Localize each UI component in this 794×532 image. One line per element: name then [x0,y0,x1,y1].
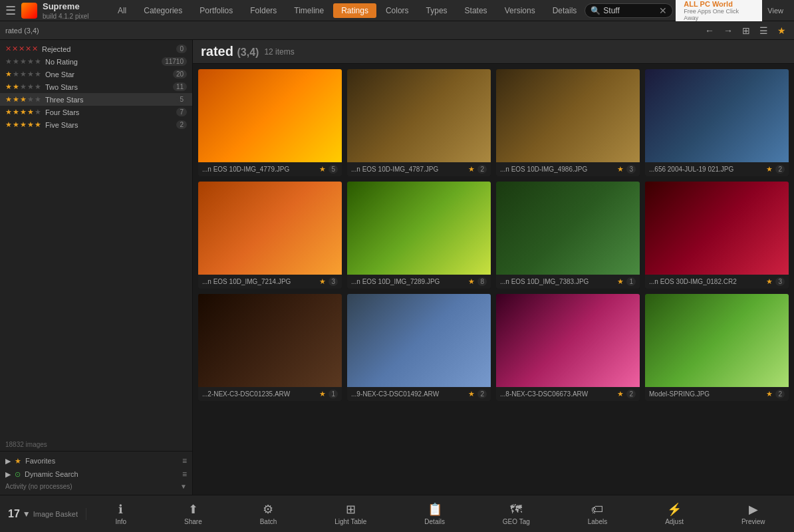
grid-item-2[interactable]: ...n EOS 10D-IMG_4986.JPG★3 [496,69,640,176]
sidebar-label-three-stars: Three Stars [45,96,176,104]
favorite-icon[interactable]: ★ [775,24,789,37]
sidebar-item-rejected[interactable]: ✕✕✕✕✕Rejected0 [0,43,192,55]
sidebar-item-no-rating[interactable]: ★★★★★No Rating11710 [0,55,192,68]
sidebar-favorites[interactable]: ▶ ★ Favorites ≡ [0,454,192,467]
second-bar: rated (3,4) ← → ⊞ ☰ ★ [0,21,794,40]
grid-thumb-1 [347,69,491,162]
grid-thumb-11 [645,294,789,387]
toolbar-icons: ← → ⊞ ☰ ★ [702,24,789,37]
main-area: ✕✕✕✕✕Rejected0★★★★★No Rating11710★★★★★On… [0,40,794,495]
nav-tab-timeline[interactable]: Timeline [286,3,332,18]
grid-item-name-4: ...n EOS 10D_IMG_7214.JPG [202,278,317,285]
grid-item-star-count-6: 1 [626,277,636,286]
search-input[interactable] [603,6,656,15]
favorites-label: Favorites [25,457,55,465]
top-bar: ☰ Photo Supreme build 4.1.2 pixel flat i… [0,0,794,21]
filter-icon[interactable]: ⊞ [739,24,753,37]
grid-item-1[interactable]: ...n EOS 10D-IMG_4787.JPG★2 [347,69,491,176]
clear-search-icon[interactable]: ✕ [659,5,667,16]
basket-count: 17 [8,508,20,520]
grid-item-name-6: ...n EOS 10D_IMG_7383.JPG [500,278,614,285]
bottom-action-preview[interactable]: ▶Preview [736,499,771,528]
grid-item-star-icon-1: ★ [468,165,475,174]
grid-item-7[interactable]: ...n EOS 30D-IMG_0182.CR2★3 [645,182,789,289]
grid-item-5[interactable]: ...n EOS 10D_IMG_7289.JPG★8 [347,182,491,289]
hamburger-menu[interactable]: ☰ [5,3,16,18]
bottom-action-details[interactable]: 📋Details [419,499,450,528]
basket-info: 17 ▼ Image Basket [0,508,86,520]
grid-item-star-count-10: 2 [626,390,636,398]
grid-item-star-count-0: 5 [329,165,338,174]
nav-tab-all[interactable]: All [110,3,134,18]
sidebar-count-three-stars: 5 [176,95,187,104]
sidebar-item-three-stars[interactable]: ★★★★★Three Stars5 [0,93,192,106]
grid-item-0[interactable]: ...n EOS 10D-IMG_4779.JPG★5 [198,69,342,176]
grid-item-9[interactable]: ...9-NEX-C3-DSC01492.ARW★2 [347,294,491,401]
bottom-action-info[interactable]: ℹInfo [110,499,132,528]
stars-five-stars: ★★★★★ [5,120,41,129]
grid-item-6[interactable]: ...n EOS 10D_IMG_7383.JPG★1 [496,182,640,289]
adjust-label: Adjust [665,518,684,525]
grid-item-3[interactable]: ...656 2004-JUL-19 021.JPG★2 [645,69,789,176]
bottom-action-share[interactable]: ⬆Share [179,499,207,528]
nav-tab-details[interactable]: Details [545,3,585,18]
nav-tab-versions[interactable]: Versions [497,3,543,18]
bottom-action-labels[interactable]: 🏷Labels [583,500,612,528]
bottom-action-adjust[interactable]: ⚡Adjust [660,499,689,528]
forward-icon[interactable]: → [721,24,735,37]
sidebar-count-four-stars: 7 [176,108,187,116]
sidebar-label-five-stars: Five Stars [45,121,176,129]
stars-rejected: ✕✕✕✕✕ [5,45,38,53]
content-area: rated (3,4) 12 items ...n EOS 10D-IMG_47… [193,40,794,495]
grid-item-star-count-3: 2 [775,165,785,174]
content-item-count: 12 items [264,47,294,57]
info-label: Info [115,518,126,525]
sidebar-count-one-star: 20 [173,70,187,78]
sidebar-item-five-stars[interactable]: ★★★★★Five Stars2 [0,118,192,131]
light-table-icon: ⊞ [346,502,356,517]
grid-item-4[interactable]: ...n EOS 10D_IMG_7214.JPG★3 [198,182,342,289]
grid-item-star-count-2: 3 [626,165,636,174]
nav-tabs: AllCategoriesPortfoliosFoldersTimelineRa… [110,3,585,18]
labels-icon: 🏷 [591,503,603,517]
nav-tab-states[interactable]: States [457,3,495,18]
nav-tab-ratings[interactable]: Ratings [333,3,376,18]
sidebar-item-one-star[interactable]: ★★★★★One Star20 [0,68,192,80]
bottom-action-light-table[interactable]: ⊞Light Table [329,499,372,528]
sidebar-count-rejected: 0 [176,45,187,53]
grid-item-star-icon-9: ★ [468,390,475,398]
bottom-action-batch[interactable]: ⚙Batch [255,499,283,528]
nav-tab-portfolios[interactable]: Portfolios [192,3,241,18]
sidebar-dynamic-search[interactable]: ▶ ⊙ Dynamic Search ≡ [0,467,192,481]
view-button[interactable]: View [762,5,789,16]
grid-item-8[interactable]: ...2-NEX-C3-DSC01235.ARW★1 [198,294,342,401]
sidebar-item-four-stars[interactable]: ★★★★★Four Stars7 [0,106,192,118]
breadcrumb: rated (3,4) [5,27,39,35]
ad-banner: ALL PC World Free Apps One Click Away [676,0,762,24]
view-options-icon[interactable]: ☰ [757,24,771,37]
photo-grid: ...n EOS 10D-IMG_4779.JPG★5...n EOS 10D-… [193,64,794,495]
bottom-action-geo-tag[interactable]: 🗺GEO Tag [497,500,535,528]
preview-label: Preview [741,518,765,525]
stars-two-stars: ★★★★★ [5,82,41,91]
grid-item-star-count-7: 3 [775,277,785,286]
nav-tab-categories[interactable]: Categories [136,3,190,18]
grid-item-star-icon-6: ★ [617,277,624,286]
sidebar-label-four-stars: Four Stars [45,108,176,116]
sidebar-item-two-stars[interactable]: ★★★★★Two Stars11 [0,80,192,93]
preview-icon: ▶ [749,502,758,517]
nav-tab-folders[interactable]: Folders [242,3,285,18]
back-icon[interactable]: ← [702,24,717,37]
nav-tab-types[interactable]: Types [418,3,456,18]
grid-item-10[interactable]: ...8-NEX-C3-DSC06673.ARW★2 [496,294,640,401]
grid-thumb-0 [198,69,342,162]
grid-item-star-count-1: 2 [477,165,487,174]
basket-arrow-icon[interactable]: ▼ [23,509,31,519]
nav-tab-colors[interactable]: Colors [378,3,417,18]
activity-expand-icon[interactable]: ▼ [180,483,187,490]
grid-footer-6: ...n EOS 10D_IMG_7383.JPG★1 [496,275,640,289]
grid-item-name-3: ...656 2004-JUL-19 021.JPG [649,166,763,173]
geo-tag-icon: 🗺 [510,503,522,517]
grid-item-11[interactable]: Model-SPRING.JPG★2 [645,294,789,401]
adjust-icon: ⚡ [667,502,682,517]
